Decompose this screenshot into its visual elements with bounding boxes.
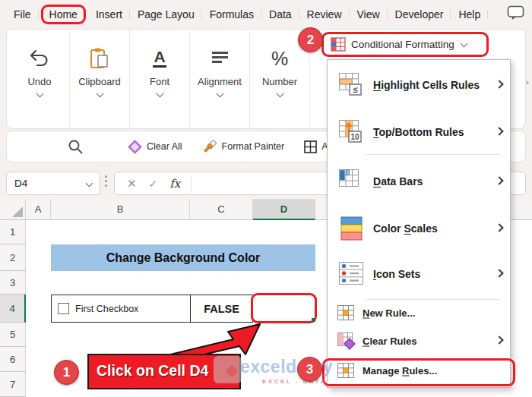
- excel-window: File Home Insert Page Layou Formulas Dat…: [0, 0, 532, 397]
- conditional-formatting-menu: ≤ Highlight Cells Rules 10 Top/Bottom Ru…: [327, 59, 511, 388]
- data-bars-icon: [338, 169, 366, 194]
- menu-bar: File Home Insert Page Layou Formulas Dat…: [0, 0, 532, 28]
- color-scales-icon: [338, 216, 366, 241]
- title-banner-cell[interactable]: Change Background Color: [51, 244, 315, 271]
- table-row: First Checkbox FALSE: [51, 295, 253, 323]
- eraser-icon: [128, 140, 142, 154]
- step-badge-3: 3: [297, 357, 322, 382]
- d4-highlight-box: [251, 293, 317, 323]
- ribbon-group-label: Clipboard: [78, 76, 121, 87]
- ribbon-group-label: Font: [150, 76, 169, 87]
- search-icon[interactable]: [68, 139, 84, 155]
- tab-developer[interactable]: Developer: [388, 5, 451, 24]
- menu-item-label: Top/Bottom Rules: [373, 126, 464, 138]
- percent-icon: %: [271, 42, 288, 75]
- drag-handle-icon[interactable]: [105, 175, 108, 189]
- cancel-entry-icon[interactable]: ✕: [127, 177, 137, 191]
- menu-item-highlight-cells-rules[interactable]: ≤ Highlight Cells Rules: [328, 67, 510, 103]
- highlight-cells-rules-icon: ≤: [338, 72, 366, 98]
- column-header-b[interactable]: B: [51, 199, 190, 220]
- chevron-down-icon: [276, 90, 283, 98]
- font-icon: A: [153, 42, 166, 75]
- select-all-triangle: [12, 206, 23, 217]
- step-badge-2: 2: [298, 27, 323, 52]
- row-header-4[interactable]: 4: [0, 295, 26, 323]
- menu-item-label: Icon Sets: [373, 268, 420, 280]
- row-header-1[interactable]: 1: [0, 220, 26, 244]
- tab-home[interactable]: Home: [41, 5, 86, 24]
- svg-text:10: 10: [350, 133, 359, 141]
- tab-review[interactable]: Review: [299, 5, 350, 24]
- format-painter-button[interactable]: Format Painter: [202, 139, 285, 154]
- ribbon-group-alignment[interactable]: Alignment: [190, 30, 250, 128]
- select-all-corner[interactable]: [0, 199, 26, 220]
- menu-item-label: Clear Rules: [363, 336, 417, 347]
- menu-item-label: Color Scales: [373, 222, 438, 235]
- undo-icon: [28, 42, 51, 75]
- menu-item-label: Data Bars: [373, 175, 423, 187]
- alignment-icon: [212, 42, 228, 75]
- tab-data[interactable]: Data: [261, 5, 299, 24]
- column-header-a[interactable]: A: [26, 199, 51, 220]
- menu-item-label: Highlight Cells Rules: [373, 79, 480, 91]
- tab-help[interactable]: Help: [451, 5, 488, 24]
- ribbon-group-font[interactable]: A Font: [130, 30, 190, 128]
- menu-item-color-scales[interactable]: Color Scales: [328, 210, 510, 247]
- tab-insert[interactable]: Insert: [88, 5, 130, 24]
- callout-text: Click on Cell D4: [97, 362, 208, 380]
- icon-sets-icon: [338, 261, 366, 287]
- checkbox[interactable]: [58, 303, 69, 314]
- conditional-formatting-icon: [331, 37, 346, 52]
- tab-page-layout[interactable]: Page Layou: [130, 5, 202, 24]
- column-header-c[interactable]: C: [190, 199, 253, 220]
- clear-rules-icon: [337, 332, 356, 350]
- column-header-d[interactable]: D: [253, 199, 315, 220]
- row-header-5[interactable]: 5: [0, 323, 26, 347]
- row-header-3[interactable]: 3: [0, 271, 26, 295]
- insert-function-icon[interactable]: fx: [169, 177, 180, 191]
- step-badge-1: 1: [54, 360, 79, 385]
- row-header-2[interactable]: 2: [0, 244, 26, 271]
- new-rule-icon: [337, 304, 355, 321]
- ribbon-group-label: Number: [262, 76, 297, 87]
- tab-formulas[interactable]: Formulas: [202, 5, 261, 24]
- tab-view[interactable]: View: [350, 5, 388, 24]
- paintbrush-icon: [202, 139, 217, 154]
- chevron-down-icon: [216, 90, 223, 98]
- cell-c4[interactable]: FALSE: [191, 295, 252, 322]
- menu-item-new-rule[interactable]: New Rule...: [328, 301, 510, 324]
- row-header-6[interactable]: 6: [0, 347, 26, 372]
- clear-all-label: Clear All: [147, 141, 182, 152]
- submenu-arrow-icon: [495, 127, 503, 135]
- name-box-value: D4: [14, 178, 27, 189]
- menu-separator: [366, 154, 499, 155]
- submenu-arrow-icon: [495, 176, 503, 184]
- comment-icon[interactable]: [507, 5, 524, 24]
- cell-b4[interactable]: First Checkbox: [52, 295, 191, 322]
- conditional-formatting-button[interactable]: Conditional Formatting: [321, 32, 489, 57]
- submenu-arrow-icon: [495, 336, 503, 344]
- submenu-arrow-icon: [495, 80, 503, 88]
- clipboard-icon: [90, 42, 109, 75]
- clear-all-button[interactable]: Clear All: [128, 140, 182, 154]
- submenu-arrow-icon: ›: [526, 77, 529, 87]
- checkbox-label: First Checkbox: [75, 304, 138, 314]
- confirm-entry-icon[interactable]: ✓: [149, 178, 158, 190]
- chevron-down-icon: [96, 90, 103, 98]
- menu-item-top-bottom-rules[interactable]: 10 Top/Bottom Rules: [328, 114, 510, 150]
- row-header-7[interactable]: 7: [0, 372, 26, 397]
- chevron-down-icon: [86, 180, 93, 187]
- ribbon-group-label: Alignment: [198, 76, 242, 87]
- fill-handle[interactable]: [312, 318, 315, 322]
- ribbon-group-clipboard[interactable]: Clipboard: [70, 30, 130, 128]
- tab-file[interactable]: File: [6, 5, 39, 24]
- menu-item-icon-sets[interactable]: Icon Sets: [328, 256, 510, 292]
- menu-item-data-bars[interactable]: Data Bars: [328, 163, 510, 200]
- menu-separator: [366, 299, 499, 300]
- chevron-down-icon: [460, 39, 467, 47]
- svg-text:≤: ≤: [353, 85, 357, 94]
- menu-item-clear-rules[interactable]: Clear Rules: [328, 329, 510, 352]
- name-box[interactable]: D4: [6, 172, 100, 195]
- manage-rules-highlight-box: [322, 358, 515, 386]
- ribbon-group-undo[interactable]: Undo: [10, 30, 70, 128]
